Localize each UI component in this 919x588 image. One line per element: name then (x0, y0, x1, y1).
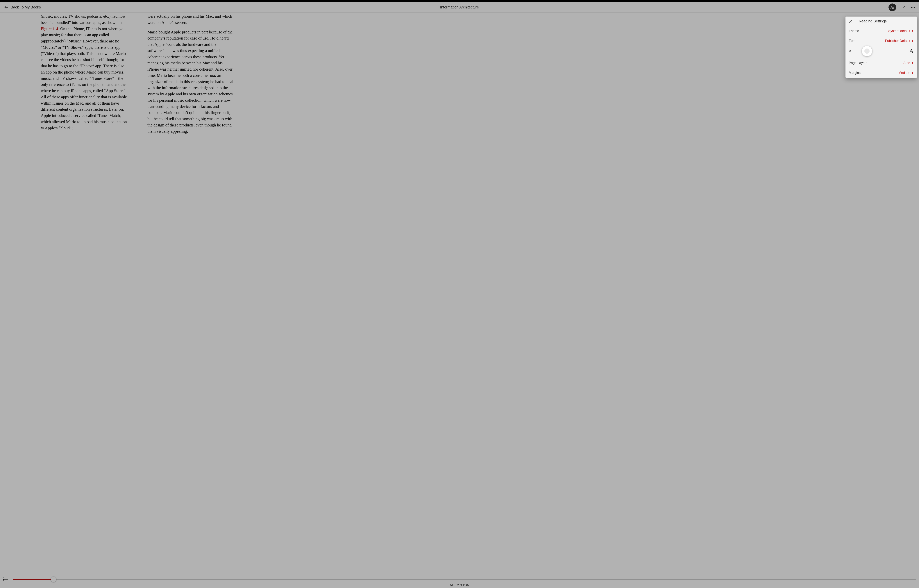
close-settings-button[interactable] (849, 19, 853, 23)
margins-label: Margins (849, 71, 861, 75)
left-column: (music, movies, TV shows, podcasts, etc.… (41, 13, 127, 575)
font-label: Font (849, 39, 855, 43)
expand-icon (901, 5, 905, 10)
chevron-right-icon (912, 30, 914, 32)
back-label: Back To My Books (11, 5, 41, 10)
font-size-small-icon: A (849, 49, 851, 53)
figure-reference-link[interactable]: Figure 1-4 (41, 26, 58, 31)
chevron-right-icon (912, 40, 914, 42)
more-menu-button[interactable] (911, 6, 915, 8)
close-icon (849, 19, 853, 23)
font-value: Publisher Default (885, 39, 910, 43)
font-row[interactable]: Font Publisher Default (845, 36, 917, 46)
page-indicator: 51 - 52 of 1145 (450, 583, 469, 586)
progress-thumb[interactable] (51, 577, 56, 582)
list-icon (3, 577, 8, 582)
back-button[interactable]: Back To My Books (4, 5, 41, 10)
right-column: were actually on his phone and his Mac, … (147, 13, 234, 575)
body-text-em: and (210, 73, 216, 78)
chevron-right-icon (912, 71, 914, 74)
page-layout-value: Auto (903, 61, 910, 65)
margins-row[interactable]: Margins Medium (845, 68, 917, 78)
bottom-toolbar: 51 - 52 of 1145 (0, 575, 919, 588)
font-size-large-icon: A (909, 48, 914, 54)
body-text: Mario bought Apple products in part beca… (147, 30, 233, 78)
body-text: (music, movies, TV shows, podcasts, etc.… (41, 14, 126, 25)
font-aa-icon: A (890, 3, 893, 11)
font-size-row: A A (845, 46, 917, 58)
svg-point-2 (914, 7, 915, 8)
page-layout-row[interactable]: Page Layout Auto (845, 58, 917, 68)
back-arrow-icon (4, 5, 8, 10)
theme-label: Theme (849, 29, 859, 33)
svg-point-5 (3, 579, 4, 580)
body-text: an organizer of media in this ecosystem;… (147, 73, 233, 134)
font-size-slider[interactable] (855, 51, 906, 51)
toc-button[interactable] (3, 577, 8, 582)
svg-point-7 (3, 581, 4, 581)
chevron-right-icon (912, 61, 914, 65)
svg-point-1 (913, 7, 914, 8)
page-layout-label: Page Layout (849, 61, 867, 65)
margins-value: Medium (898, 71, 910, 75)
progress-fill (13, 579, 53, 580)
reading-settings-popover: Reading Settings Theme System default Fo… (845, 16, 917, 78)
theme-value: System default (888, 29, 910, 33)
body-text: were actually on his phone and his Mac, … (147, 13, 234, 26)
progress-slider[interactable] (13, 579, 916, 580)
theme-row[interactable]: Theme System default (845, 26, 917, 36)
body-text: . On the iPhone, iTunes is not where you… (41, 26, 127, 130)
expand-button[interactable] (901, 5, 905, 10)
font-size-thumb[interactable] (862, 46, 872, 56)
svg-point-0 (911, 7, 912, 8)
top-toolbar: Back To My Books Information Architectur… (0, 2, 919, 13)
more-icon (911, 6, 915, 8)
svg-point-3 (3, 578, 4, 578)
settings-title: Reading Settings (859, 19, 887, 23)
reading-pane[interactable]: (music, movies, TV shows, podcasts, etc.… (0, 13, 919, 575)
book-title: Information Architecture (440, 5, 479, 10)
font-settings-button[interactable]: Aa (888, 3, 896, 11)
